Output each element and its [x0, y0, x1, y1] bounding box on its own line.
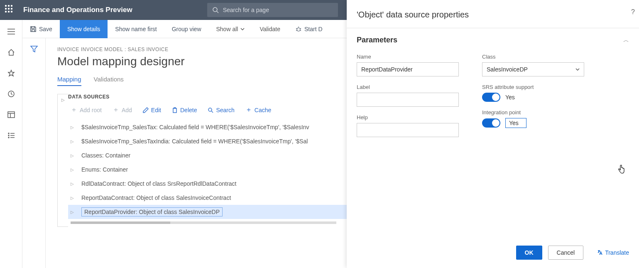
svg-point-9	[8, 133, 9, 134]
tree-row[interactable]: ▷Enums: Container	[68, 162, 355, 177]
cancel-button[interactable]: Cancel	[548, 246, 584, 260]
tab-mapping[interactable]: Mapping	[57, 76, 81, 86]
data-sources-header: DATA SOURCES	[68, 94, 355, 100]
svg-point-15	[297, 28, 300, 31]
left-rail	[0, 20, 22, 268]
add-button[interactable]: ＋Add	[113, 106, 132, 114]
save-label: Save	[39, 26, 52, 32]
show-details-button[interactable]: Show details	[60, 20, 108, 38]
tab-validations[interactable]: Validations	[94, 76, 124, 86]
tree-row-label: ReportDataProvider: Object of class Sale…	[81, 207, 223, 216]
integration-label: Integration point	[482, 109, 584, 116]
filter-icon[interactable]	[30, 46, 38, 268]
tree-row[interactable]: ▷ReportDataProvider: Object of class Sal…	[68, 205, 355, 219]
tree-row-label: $SalesInvoiceTmp_SalesTaxIndia: Calculat…	[81, 138, 308, 145]
expand-icon[interactable]: ▷	[71, 182, 76, 186]
horizontal-scrollbar[interactable]	[71, 221, 336, 224]
integration-field: Integration point Yes	[482, 109, 584, 128]
panel-title: 'Object' data source properties	[357, 10, 629, 20]
show-name-first-label: Show name first	[115, 26, 157, 32]
tree-row[interactable]: ▷Classes: Container	[68, 148, 355, 162]
tree-row[interactable]: ▷RdlDataContract: Object of class SrsRep…	[68, 177, 355, 191]
show-details-label: Show details	[67, 26, 100, 32]
translate-button[interactable]: Translate	[597, 249, 629, 256]
save-icon	[30, 26, 37, 32]
panel-collapse-handle[interactable]: ▷	[57, 94, 68, 227]
tree-row-label: Enums: Container	[81, 166, 128, 173]
tree-row-label: Classes: Container	[81, 152, 130, 159]
integration-value: Yes	[505, 118, 526, 128]
name-label: Name	[357, 54, 459, 60]
app-title: Finance and Operations Preview	[23, 6, 132, 14]
expand-icon[interactable]: ▷	[71, 125, 76, 130]
home-icon[interactable]	[6, 47, 16, 57]
parameters-col-left: Name Label Help	[357, 54, 459, 137]
properties-panel: ? 'Object' data source properties Parame…	[347, 0, 644, 268]
srs-value: Yes	[505, 94, 515, 101]
show-all-dropdown[interactable]: Show all	[209, 20, 252, 38]
svg-point-11	[8, 135, 9, 136]
validate-button[interactable]: Validate	[252, 20, 288, 38]
save-button[interactable]: Save	[22, 20, 60, 38]
svg-line-20	[300, 30, 301, 31]
tree-row-label: $SalesInvoiceTmp_SalesTax: Calculated fi…	[81, 124, 309, 130]
start-debug-button[interactable]: Start D	[288, 20, 330, 38]
name-field: Name	[357, 54, 459, 76]
tree-row[interactable]: ▷ReportDataContract: Object of class Sal…	[68, 191, 355, 205]
expand-icon[interactable]: ▷	[71, 196, 76, 200]
waffle-icon[interactable]	[5, 5, 15, 15]
help-icon[interactable]: ?	[631, 8, 635, 16]
delete-button[interactable]: Delete	[172, 106, 197, 114]
ok-button[interactable]: OK	[516, 246, 542, 260]
search-button[interactable]: Search	[208, 106, 234, 114]
star-icon[interactable]	[6, 68, 16, 78]
show-name-first-button[interactable]: Show name first	[108, 20, 164, 38]
parameters-section-header[interactable]: Parameters ︿	[357, 36, 629, 44]
srs-toggle[interactable]	[482, 93, 500, 102]
expand-icon[interactable]: ▷	[71, 153, 76, 158]
debug-icon	[295, 26, 302, 32]
class-field: Class SalesInvoiceDP	[482, 54, 584, 76]
svg-line-17	[296, 28, 297, 29]
cursor-icon	[618, 164, 627, 176]
delete-icon	[172, 107, 178, 113]
expand-icon[interactable]: ▷	[71, 167, 76, 172]
parameters-grid: Name Label Help Class SalesInvoiceDP	[357, 54, 629, 137]
translate-label: Translate	[605, 249, 629, 256]
data-sources-toolbar: ＋Add root ＋Add Edit Delete Search ＋Cache	[68, 106, 355, 114]
help-label: Help	[357, 114, 459, 120]
clock-icon[interactable]	[6, 89, 16, 99]
parameters-col-right: Class SalesInvoiceDP SRS attribute suppo…	[482, 54, 584, 137]
class-select[interactable]: SalesInvoiceDP	[482, 62, 584, 76]
cache-button[interactable]: ＋Cache	[245, 106, 271, 114]
workspace-icon[interactable]	[6, 110, 16, 120]
integration-toggle[interactable]	[482, 118, 500, 128]
hamburger-icon[interactable]	[6, 27, 16, 37]
chevron-down-icon	[575, 68, 580, 71]
help-input[interactable]	[357, 123, 459, 137]
modules-icon[interactable]	[6, 130, 16, 140]
svg-line-22	[211, 111, 213, 113]
name-input[interactable]	[357, 62, 459, 76]
label-input[interactable]	[357, 93, 459, 107]
start-debug-label: Start D	[304, 26, 323, 32]
divider	[347, 28, 639, 28]
tree-row[interactable]: ▷$SalesInvoiceTmp_SalesTax: Calculated f…	[68, 120, 355, 134]
edit-button[interactable]: Edit	[143, 106, 161, 114]
help-field: Help	[357, 114, 459, 137]
srs-field: SRS attribute support Yes	[482, 84, 584, 102]
tree-row-label: ReportDataContract: Object of class Sale…	[81, 194, 231, 201]
edit-icon	[143, 107, 149, 113]
svg-line-19	[296, 30, 297, 31]
group-view-label: Group view	[172, 26, 201, 32]
label-label: Label	[357, 84, 459, 90]
global-search[interactable]: Search for a page	[207, 3, 338, 17]
search-icon	[208, 107, 213, 113]
add-root-button[interactable]: ＋Add root	[71, 106, 102, 114]
data-sources-tree: ▷$SalesInvoiceTmp_SalesTax: Calculated f…	[68, 120, 355, 219]
svg-rect-6	[8, 112, 15, 118]
expand-icon[interactable]: ▷	[71, 210, 76, 214]
expand-icon[interactable]: ▷	[71, 139, 76, 144]
tree-row[interactable]: ▷$SalesInvoiceTmp_SalesTaxIndia: Calcula…	[68, 134, 355, 148]
group-view-button[interactable]: Group view	[164, 20, 209, 38]
